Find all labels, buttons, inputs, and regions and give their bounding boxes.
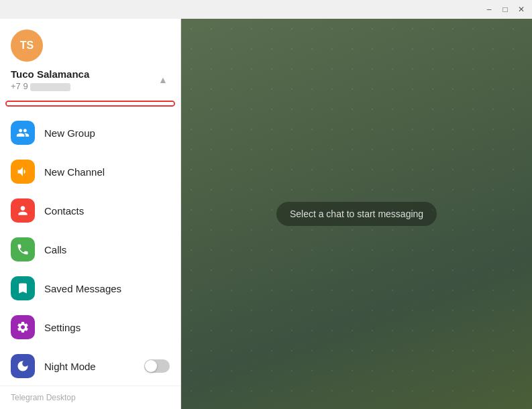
new-channel-label: New Channel [44,166,105,178]
app-body: TS Tuco Salamanca +7 9 ▲ IS Ilya [0,19,532,409]
new-group-label: New Group [44,127,95,139]
night-mode-toggle[interactable] [144,359,170,373]
menu-item-night-mode[interactable]: Night Mode [0,347,180,386]
night-mode-label: Night Mode [44,361,96,372]
saved-messages-label: Saved Messages [44,283,121,294]
contacts-icon [11,198,35,223]
account-item-ilya[interactable]: IS Ilya 267 [7,102,174,107]
profile-name: Tuco Salamanca [11,68,89,80]
menu-item-new-group[interactable]: New Group [0,113,180,152]
toggle-knob [145,360,157,372]
new-group-icon [11,121,35,145]
select-chat-placeholder: Select a chat to start messaging [276,202,437,226]
avatar: TS [11,30,43,62]
menu-item-settings[interactable]: Settings [0,308,180,347]
night-mode-toggle-container [144,359,170,373]
settings-icon [11,315,35,339]
calls-label: Calls [44,244,66,255]
chevron-up-icon[interactable]: ▲ [156,73,170,86]
new-channel-icon [11,160,35,184]
menu-item-new-channel[interactable]: New Channel [0,152,180,191]
close-button[interactable]: ✕ [516,4,527,15]
sidebar: TS Tuco Salamanca +7 9 ▲ IS Ilya [0,19,181,409]
saved-messages-icon [11,276,35,300]
night-mode-icon [11,354,35,378]
menu-item-saved-messages[interactable]: Saved Messages [0,269,180,308]
main-panel: Select a chat to start messaging [181,19,532,409]
profile-phone: +7 9 [11,81,89,91]
account-switcher: IS Ilya 267 TS Tuco Salamanca + Add Acco [5,101,175,107]
minimize-button[interactable]: – [484,4,494,15]
menu-item-contacts[interactable]: Contacts [0,191,180,230]
titlebar: – □ ✕ [0,0,532,19]
maximize-button[interactable]: □ [500,4,511,15]
contacts-label: Contacts [44,205,84,217]
settings-label: Settings [44,322,81,333]
phone-blur [30,83,70,91]
sidebar-footer: Telegram Desktop [0,386,180,409]
menu-item-calls[interactable]: Calls [0,230,180,269]
profile-name-row: Tuco Salamanca +7 9 ▲ [11,68,170,91]
profile-section: TS Tuco Salamanca +7 9 ▲ [0,19,180,97]
calls-icon [11,237,35,261]
